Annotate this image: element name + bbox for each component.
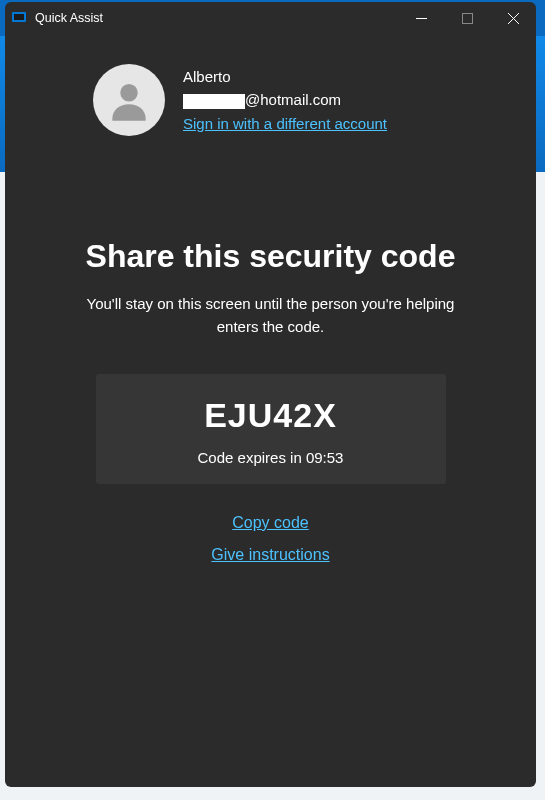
svg-point-6: [120, 84, 138, 101]
svg-rect-1: [14, 14, 24, 20]
minimize-button[interactable]: [398, 2, 444, 34]
security-code-card: EJU42X Code expires in 09:53: [96, 374, 446, 484]
app-icon: [11, 10, 27, 26]
action-links: Copy code Give instructions: [211, 514, 329, 564]
titlebar: Quick Assist: [5, 2, 536, 34]
security-code-value: EJU42X: [204, 396, 337, 435]
app-window: Quick Assist Alberto @hotmail.com Sign i…: [5, 2, 536, 787]
close-button[interactable]: [490, 2, 536, 34]
give-instructions-link[interactable]: Give instructions: [211, 546, 329, 564]
page-subheading: You'll stay on this screen until the per…: [76, 293, 466, 338]
account-info: Alberto @hotmail.com Sign in with a diff…: [183, 65, 387, 135]
titlebar-title: Quick Assist: [35, 11, 398, 25]
account-name: Alberto: [183, 65, 387, 88]
svg-rect-3: [462, 13, 472, 23]
email-redacted-part: [183, 94, 245, 109]
avatar: [93, 64, 165, 136]
copy-code-link[interactable]: Copy code: [232, 514, 309, 532]
switch-account-link[interactable]: Sign in with a different account: [183, 112, 387, 135]
maximize-button[interactable]: [444, 2, 490, 34]
page-heading: Share this security code: [86, 238, 456, 275]
code-expiry-text: Code expires in 09:53: [198, 449, 344, 466]
main-content: Alberto @hotmail.com Sign in with a diff…: [5, 34, 536, 787]
expiry-prefix: Code expires in: [198, 449, 306, 466]
expiry-time: 09:53: [306, 449, 344, 466]
account-email: @hotmail.com: [183, 88, 387, 111]
account-section: Alberto @hotmail.com Sign in with a diff…: [33, 64, 508, 136]
email-suffix: @hotmail.com: [245, 91, 341, 108]
